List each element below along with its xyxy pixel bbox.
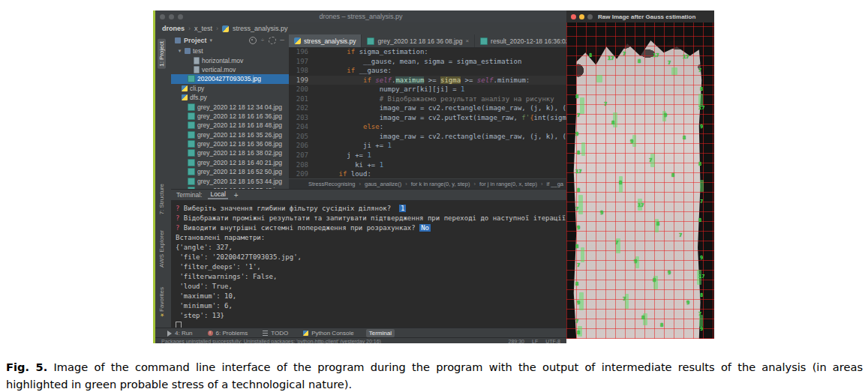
sigma-value-marker: 8 <box>575 281 578 287</box>
tree-item[interactable]: grey_2020 12 18 16 36 08.jpg <box>171 139 289 148</box>
collapse-all-icon[interactable]: ÷ <box>260 37 266 43</box>
editor-tab[interactable]: stress_analysis.py <box>289 34 362 47</box>
close-tab-icon[interactable]: × <box>465 37 469 44</box>
code-line[interactable]: 208 ki += 1 <box>289 160 566 170</box>
code-token: 1 <box>461 85 464 93</box>
terminal-tab-local[interactable]: Local <box>208 190 227 199</box>
tool-window-button-terminal[interactable]: >Terminal <box>366 329 395 337</box>
settings-gear-icon[interactable] <box>269 37 276 44</box>
tab-label: grey_2020 12 18 16 36 08.jpg <box>377 37 462 45</box>
breadcrumb-file[interactable]: stress_analysis.py <box>233 25 288 32</box>
expand-arrow-icon[interactable]: ▾ <box>177 48 182 54</box>
tool-strip-favorites[interactable]: ★Favorites <box>158 285 166 320</box>
tree-item[interactable]: grey_2020 12 18 16 40 21.jpg <box>171 158 289 167</box>
line-number: 203 <box>289 113 314 123</box>
sigma-value-marker: 17 <box>608 55 614 61</box>
tree-item[interactable]: horizontal.mov <box>171 55 289 64</box>
code-token: loud: <box>351 170 371 178</box>
terminal-line: ? Виберіть значення глибини фільтру сусі… <box>176 204 566 214</box>
tree-item[interactable]: grey_2020 12 18 16 16 36.jpg <box>171 112 289 121</box>
terminal-token: 1 <box>399 205 406 212</box>
sigma-value-marker: 8 <box>653 277 656 283</box>
sigma-value-marker: 7 <box>615 240 618 246</box>
tree-item[interactable]: 20200427T093035.jpg <box>171 74 289 83</box>
tool-window-button-run[interactable]: 4: Run <box>164 329 196 337</box>
code-editor[interactable]: 196 if sigma_estimation:197 __gause, mea… <box>289 47 566 179</box>
code-token: __gause, mean, sigma = sigma_estimation <box>314 58 521 65</box>
code-token: >= <box>424 76 440 84</box>
status-message: Packages uninstalled successfully: Unins… <box>161 338 381 343</box>
tool-strip--structure[interactable]: 7: Structure <box>158 181 166 217</box>
code-token: image_raw = cv2.rectangle(image_raw, (j,… <box>314 104 566 112</box>
tool-window-button-todo[interactable]: TODO <box>260 329 291 337</box>
terminal-line: 'file': '20200427T093035.jpg', <box>176 253 566 262</box>
code-token: self <box>375 76 392 84</box>
sigma-value-marker: 9 <box>634 259 637 265</box>
tool-window-button-problems[interactable]: !6: Problems <box>205 329 251 337</box>
code-line[interactable]: 196 if sigma_estimation: <box>289 47 566 57</box>
code-line[interactable]: 203 image_raw = cv2.putText(image_raw, f… <box>289 113 566 123</box>
editor-breadcrumb-item[interactable]: for k in range(0, y, step) <box>411 181 470 187</box>
tree-item[interactable]: grey_2020 12 18 12 34 04.jpg <box>171 102 289 111</box>
status-indicator[interactable]: LF <box>532 339 538 343</box>
img-file-icon <box>188 168 195 175</box>
code-line[interactable]: 205 image_raw = cv2.rectangle(image_raw,… <box>289 132 566 142</box>
chevron-down-icon[interactable]: ▾ <box>210 37 213 43</box>
code-line[interactable]: 198 if __gause: <box>289 66 566 76</box>
code-line[interactable]: 206 ji += 1 <box>289 141 566 151</box>
code-line[interactable]: 197 __gause, mean, sigma = sigma_estimat… <box>289 57 566 67</box>
tree-item[interactable]: ▾test <box>171 46 289 55</box>
code-line[interactable]: 202 image_raw = cv2.rectangle(image_raw,… <box>289 103 566 113</box>
code-line[interactable]: 201 # Відображаємо результат аналізу на … <box>289 94 566 104</box>
code-token: 1 <box>380 161 383 169</box>
editor-breadcrumb-item[interactable]: for j in range(0, x, step) <box>479 181 537 187</box>
code-line[interactable]: 207 j += 1 <box>289 151 566 160</box>
status-indicator[interactable]: 289:30 <box>509 339 524 343</box>
editor-tab[interactable]: grey_2020 12 18 16 36 08.jpg× <box>362 34 475 47</box>
breadcrumb-folder[interactable]: x_test <box>194 25 212 32</box>
breadcrumb-separator: › <box>541 181 543 187</box>
close-icon[interactable] <box>571 14 576 19</box>
project-panel-title[interactable]: Project <box>184 37 207 44</box>
tool-strip-aws-explorer[interactable]: AWS Explorer <box>158 228 166 270</box>
minimize-icon[interactable] <box>579 14 584 19</box>
py-file-icon <box>294 37 301 44</box>
tool-strip--project[interactable]: 1: Project <box>158 39 166 69</box>
terminal-header: Terminal: Local + <box>171 189 566 201</box>
tree-item[interactable]: grey_2020 12 18 16 18 48.jpg <box>171 121 289 130</box>
code-line[interactable]: 209 if loud: <box>289 169 566 179</box>
sigma-value-marker: 9 <box>668 270 671 276</box>
tree-item[interactable]: grey_2020 12 18 16 35 26.jpg <box>171 130 289 139</box>
hide-panel-icon[interactable]: ─ <box>279 37 285 43</box>
raw-window-title: Raw Image after Gauss estimation <box>598 13 695 20</box>
tree-item[interactable]: grey_2020 12 18 16 53 44.jpg <box>171 176 289 185</box>
editor-breadcrumb-item[interactable]: StressRecognising <box>308 181 356 187</box>
tab-label: result_2020-12-18 16:36:02.212781.jpg <box>491 37 566 45</box>
code-line[interactable]: 199 if self.maximum >= sigma >= self.min… <box>289 76 566 85</box>
locate-icon[interactable] <box>249 37 257 44</box>
tree-item[interactable]: grey_2020 12 18 16 38 02.jpg <box>171 148 289 157</box>
sigma-value-marker: 9 <box>664 112 667 118</box>
editor-breadcrumb-item[interactable]: if __ga <box>547 181 564 187</box>
editor-breadcrumb-item[interactable]: gaus_analize() <box>365 181 401 187</box>
editor-tab[interactable]: result_2020-12-18 16:36:02.212781.jpg× <box>475 34 566 47</box>
tree-item[interactable]: vertical.mov <box>171 65 289 74</box>
line-number: 209 <box>289 169 314 179</box>
sigma-value-marker: 17 <box>698 274 704 280</box>
tree-item[interactable]: dfs.py <box>171 93 289 102</box>
sigma-value-marker: 8 <box>671 172 674 178</box>
code-line[interactable]: 204 else: <box>289 122 566 132</box>
breadcrumb-project[interactable]: drones <box>162 25 185 32</box>
project-folder-icon <box>175 37 181 43</box>
tree-item[interactable]: cli.py <box>171 84 289 93</box>
tree-item[interactable]: grey_2020 12 18 16 52 50.jpg <box>171 167 289 176</box>
zoom-icon[interactable] <box>587 14 593 19</box>
tree-item-label: grey_2020 12 18 16 18 48.jpg <box>197 121 282 129</box>
terminal-output[interactable]: ? Виберіть значення глибини фільтру сусі… <box>171 201 566 331</box>
new-terminal-icon[interactable]: + <box>234 191 239 199</box>
status-indicator[interactable]: UTF-8 <box>545 339 560 343</box>
star-icon: ★ <box>159 312 164 318</box>
tree-item-label: grey_2020 12 18 16 38 02.jpg <box>197 149 282 157</box>
code-line[interactable]: 200 numpy_arr[ki][ji] = 1 <box>289 85 566 94</box>
tool-window-button-python[interactable]: Python Console <box>300 329 356 337</box>
